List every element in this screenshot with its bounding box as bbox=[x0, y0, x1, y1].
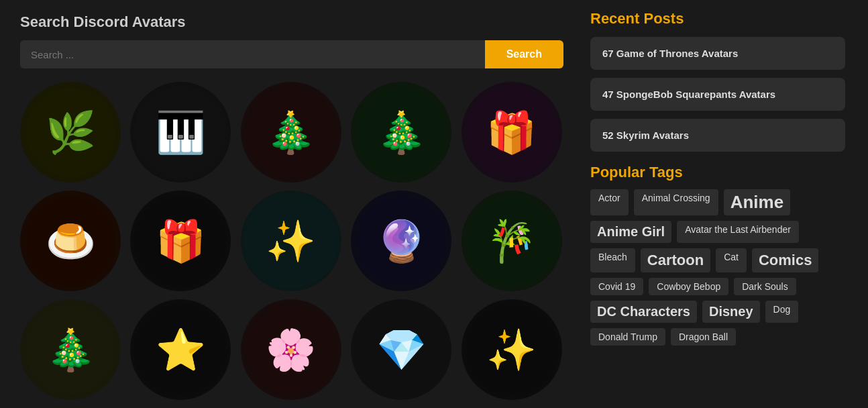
avatar-circle[interactable]: ⭐ bbox=[130, 299, 231, 400]
sidebar: Recent Posts 67 Game of Thrones Avatars4… bbox=[577, 0, 859, 408]
tag-item[interactable]: Dog bbox=[765, 301, 799, 323]
tag-item[interactable]: Comics bbox=[752, 248, 818, 272]
avatar-inner: 🎹 bbox=[130, 82, 231, 183]
tag-item[interactable]: Anime bbox=[724, 189, 790, 215]
avatar-circle[interactable]: 🍮 bbox=[20, 191, 121, 291]
avatar-circle[interactable]: 🎄 bbox=[351, 82, 451, 183]
tag-item[interactable]: Actor bbox=[590, 189, 629, 215]
avatar-inner: ✨ bbox=[241, 191, 341, 291]
tag-item[interactable]: Disney bbox=[702, 301, 760, 323]
search-title: Search Discord Avatars bbox=[20, 13, 563, 31]
avatar-grid: 🌿🎹🎄🎄🎁🍮🎁✨🔮🎋🎄⭐🌸💎✨ bbox=[20, 82, 563, 400]
avatar-inner: 🔮 bbox=[351, 191, 451, 291]
recent-posts-title: Recent Posts bbox=[590, 10, 845, 28]
tag-item[interactable]: Dragon Ball bbox=[671, 328, 736, 346]
search-bar: Search bbox=[20, 40, 563, 68]
avatar-circle[interactable]: 🎄 bbox=[241, 82, 341, 183]
avatar-inner: ⭐ bbox=[130, 299, 231, 400]
avatar-circle[interactable]: 🎋 bbox=[462, 191, 562, 291]
avatar-inner: 🎄 bbox=[351, 82, 451, 183]
recent-post-item[interactable]: 67 Game of Thrones Avatars bbox=[590, 37, 845, 70]
tag-item[interactable]: Donald Trump bbox=[590, 328, 665, 346]
avatar-inner: 🎄 bbox=[241, 82, 341, 183]
tag-item[interactable]: Avatar the Last Airbender bbox=[677, 221, 799, 243]
tag-item[interactable]: Cartoon bbox=[641, 248, 710, 272]
avatar-circle[interactable]: 🎁 bbox=[462, 82, 562, 183]
avatar-inner: 🌿 bbox=[20, 82, 121, 183]
avatar-circle[interactable]: 🌸 bbox=[241, 299, 341, 400]
avatar-circle[interactable]: 🎁 bbox=[130, 191, 231, 291]
avatar-inner: 🎄 bbox=[20, 299, 121, 400]
tag-item[interactable]: Cowboy Bebop bbox=[649, 278, 728, 295]
tag-item[interactable]: Dark Souls bbox=[734, 278, 796, 295]
avatar-inner: 🎋 bbox=[462, 191, 562, 291]
avatar-inner: 🍮 bbox=[20, 191, 121, 291]
tags-container: ActorAnimal CrossingAnimeAnime GirlAvata… bbox=[590, 189, 845, 346]
avatar-inner: 🎁 bbox=[130, 191, 231, 291]
search-button[interactable]: Search bbox=[485, 40, 563, 68]
avatar-circle[interactable]: 💎 bbox=[351, 299, 451, 400]
search-input[interactable] bbox=[20, 40, 485, 68]
tag-item[interactable]: Cat bbox=[716, 248, 747, 272]
avatar-circle[interactable]: ✨ bbox=[462, 299, 562, 400]
tag-item[interactable]: Anime Girl bbox=[590, 221, 671, 243]
popular-tags-title: Popular Tags bbox=[590, 164, 845, 181]
avatar-inner: ✨ bbox=[462, 299, 562, 400]
avatar-circle[interactable]: 🔮 bbox=[351, 191, 451, 291]
avatar-circle[interactable]: 🌿 bbox=[20, 82, 121, 183]
avatar-circle[interactable]: 🎹 bbox=[130, 82, 231, 183]
tag-item[interactable]: DC Characters bbox=[590, 301, 697, 323]
tag-item[interactable]: Animal Crossing bbox=[634, 189, 718, 215]
avatar-circle[interactable]: ✨ bbox=[241, 191, 341, 291]
tag-item[interactable]: Covid 19 bbox=[590, 278, 643, 295]
recent-post-item[interactable]: 52 Skyrim Avatars bbox=[590, 119, 845, 152]
avatar-inner: 🌸 bbox=[241, 299, 341, 400]
avatar-inner: 💎 bbox=[351, 299, 451, 400]
tag-item[interactable]: Bleach bbox=[590, 248, 635, 272]
main-content: Search Discord Avatars Search 🌿🎹🎄🎄🎁🍮🎁✨🔮🎋… bbox=[0, 0, 577, 408]
avatar-inner: 🎁 bbox=[462, 82, 562, 183]
recent-posts-list: 67 Game of Thrones Avatars47 SpongeBob S… bbox=[590, 37, 845, 152]
avatar-circle[interactable]: 🎄 bbox=[20, 299, 121, 400]
recent-post-item[interactable]: 47 SpongeBob Squarepants Avatars bbox=[590, 78, 845, 111]
